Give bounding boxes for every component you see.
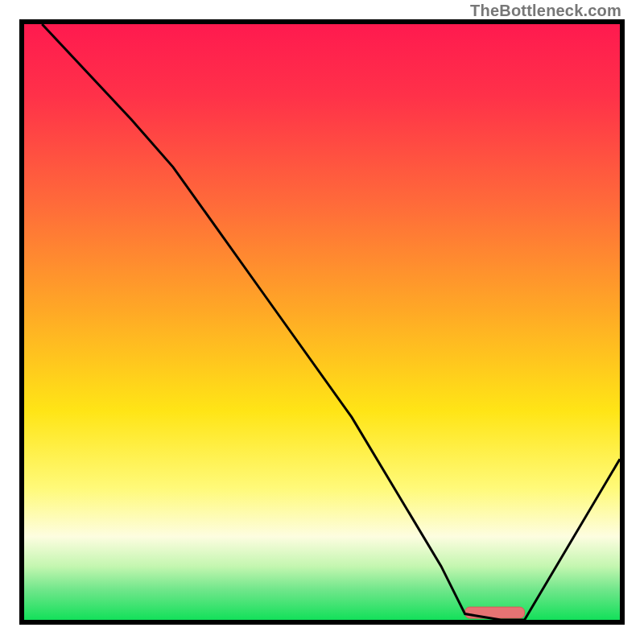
highlight-band (465, 607, 525, 618)
chart-frame (19, 19, 625, 625)
watermark-text: TheBottleneck.com (470, 2, 621, 20)
bottleneck-curve (42, 24, 620, 620)
chart-overlay (24, 24, 620, 620)
